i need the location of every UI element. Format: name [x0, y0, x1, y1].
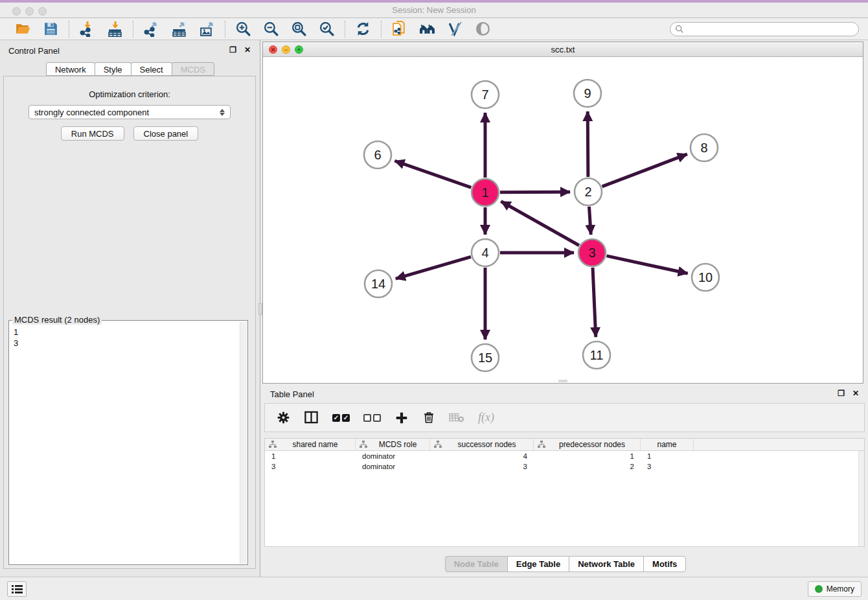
ndex-button[interactable]	[418, 20, 436, 38]
network-resize-handle[interactable]	[558, 380, 567, 382]
node-15[interactable]: 15	[472, 344, 499, 371]
table-settings-button[interactable]	[277, 410, 290, 426]
network-canvas[interactable]: 7968124314101511	[263, 57, 863, 383]
edge-2-9[interactable]	[588, 111, 588, 177]
zoom-fit-icon	[291, 21, 307, 37]
open-session-button[interactable]	[14, 20, 32, 38]
control-panel: Control Panel ❐ ✕ NetworkStyleSelectMCDS…	[0, 40, 260, 577]
tab-motifs[interactable]: Motifs	[643, 556, 686, 572]
delete-table-button[interactable]	[449, 410, 464, 426]
table-cell[interactable]: 3	[265, 461, 356, 472]
task-history-button[interactable]	[7, 581, 27, 597]
zoom-out-button[interactable]	[262, 20, 280, 38]
deselect-all-columns-button[interactable]	[363, 410, 381, 426]
refresh-button[interactable]	[354, 20, 372, 38]
show-graphics-details-button[interactable]	[474, 20, 492, 38]
tab-network-table[interactable]: Network Table	[569, 556, 644, 572]
edge-3-1[interactable]	[501, 202, 579, 246]
export-image-button[interactable]	[198, 20, 216, 38]
criterion-select[interactable]: strongly connected component	[29, 105, 231, 119]
edge-1-2[interactable]	[500, 192, 570, 192]
network-window-titlebar[interactable]: ✕ − + scc.txt	[263, 42, 863, 57]
svg-text:10: 10	[698, 270, 713, 284]
close-panel-button[interactable]: Close panel	[133, 126, 199, 141]
edge-4-14[interactable]	[396, 257, 471, 279]
mcds-result-text[interactable]: 1 3	[9, 324, 240, 564]
node-14[interactable]: 14	[365, 270, 392, 297]
table-panel: Table Panel ❐ ✕ ✓ ✓	[262, 385, 868, 577]
zoom-in-button[interactable]	[234, 20, 252, 38]
tab-network[interactable]: Network	[46, 62, 95, 76]
share-document-button[interactable]	[391, 20, 408, 38]
edge-2-8[interactable]	[602, 154, 687, 187]
column-header-predecessor-nodes[interactable]: predecessor nodes	[534, 439, 641, 450]
unchecked-box-icon	[373, 414, 381, 422]
mcds-result-title: MCDS result (2 nodes)	[12, 315, 102, 325]
add-column-button[interactable]	[394, 410, 409, 426]
import-network-button[interactable]	[78, 20, 96, 38]
node-2[interactable]: 2	[575, 178, 602, 205]
table-cell[interactable]: 1	[641, 451, 694, 461]
edge-3-11[interactable]	[593, 268, 596, 337]
table-cell[interactable]: 1	[534, 451, 641, 461]
node-3[interactable]: 3	[578, 239, 606, 266]
select-stepper-icon	[220, 109, 225, 116]
table-row[interactable]: 3dominator323	[265, 461, 864, 472]
table-row[interactable]: 1dominator411	[265, 451, 864, 461]
search-input[interactable]	[684, 23, 858, 35]
function-builder-button[interactable]: f(x)	[478, 410, 494, 426]
edge-2-3[interactable]	[589, 207, 591, 235]
node-6[interactable]: 6	[364, 141, 391, 168]
import-table-button[interactable]	[106, 20, 124, 38]
node-8[interactable]: 8	[691, 134, 718, 161]
table-cell[interactable]: 3	[641, 461, 694, 472]
save-icon	[43, 21, 59, 37]
show-columns-button[interactable]	[304, 410, 319, 426]
zoom-fit-button[interactable]	[290, 20, 308, 38]
node-4[interactable]: 4	[472, 239, 499, 266]
tab-style[interactable]: Style	[95, 62, 131, 76]
main-toolbar	[0, 18, 868, 40]
control-panel-float-icon[interactable]: ❐	[229, 46, 236, 54]
table-scrollbar[interactable]	[858, 451, 864, 546]
delete-columns-button[interactable]	[422, 410, 435, 426]
node-10[interactable]: 10	[692, 264, 719, 291]
node-9[interactable]: 9	[574, 80, 601, 107]
run-mcds-button[interactable]: Run MCDS	[61, 126, 124, 141]
control-panel-close-icon[interactable]: ✕	[244, 46, 251, 54]
node-11[interactable]: 11	[583, 341, 610, 369]
node-table[interactable]: shared nameMCDS rolesuccessor nodesprede…	[264, 438, 865, 547]
mcds-result-scrollbar[interactable]	[240, 322, 247, 564]
node-7[interactable]: 7	[472, 81, 499, 108]
tab-node-table[interactable]: Node Table	[445, 556, 508, 572]
table-cell[interactable]: dominator	[356, 451, 430, 461]
table-cell[interactable]: 2	[534, 461, 641, 472]
vizmapper-button[interactable]	[446, 20, 464, 38]
tab-select[interactable]: Select	[131, 62, 172, 76]
column-header-shared-name[interactable]: shared name	[265, 439, 356, 450]
export-network-button[interactable]	[143, 20, 160, 38]
hierarchy-icon	[538, 441, 545, 448]
table-cell[interactable]: 1	[265, 451, 356, 461]
column-header-successor-nodes[interactable]: successor nodes	[430, 439, 534, 450]
zoom-selected-button[interactable]	[318, 20, 336, 38]
search-box[interactable]	[670, 22, 859, 36]
memory-button[interactable]: Memory	[808, 581, 862, 597]
table-cell[interactable]: 4	[430, 451, 534, 461]
edge-3-10[interactable]	[606, 256, 687, 273]
column-header-MCDS-role[interactable]: MCDS role	[356, 439, 430, 450]
tab-mcds[interactable]: MCDS	[172, 62, 214, 76]
column-header-name[interactable]: name	[641, 439, 694, 450]
tab-edge-table[interactable]: Edge Table	[507, 556, 569, 572]
table-panel-float-icon[interactable]: ❐	[838, 389, 845, 397]
table-cell[interactable]: 3	[430, 461, 534, 472]
node-1[interactable]: 1	[472, 179, 499, 206]
criterion-select-value: strongly connected component	[34, 108, 149, 117]
select-all-columns-button[interactable]: ✓ ✓	[332, 410, 350, 426]
edge-1-6[interactable]	[394, 161, 471, 187]
eye-icon	[475, 21, 491, 37]
export-table-button[interactable]	[170, 20, 188, 38]
save-session-button[interactable]	[42, 20, 60, 38]
table-cell[interactable]: dominator	[356, 461, 430, 472]
table-panel-close-icon[interactable]: ✕	[852, 389, 859, 397]
